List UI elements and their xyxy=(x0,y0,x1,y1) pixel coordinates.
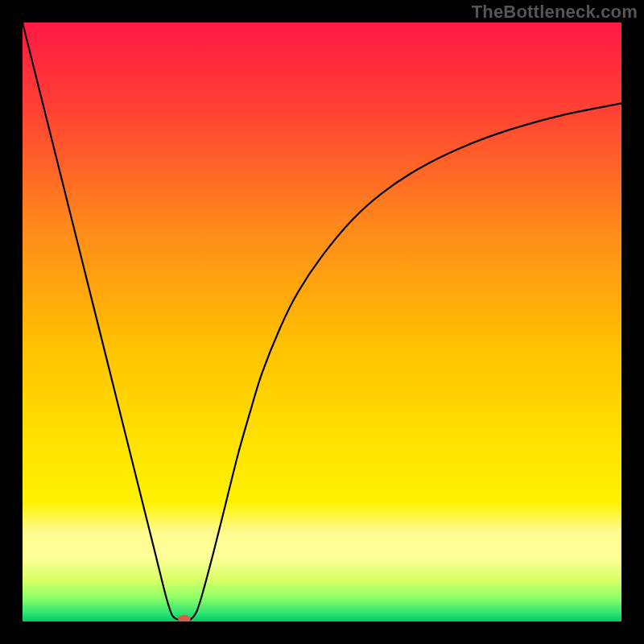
watermark-text: TheBottleneck.com xyxy=(472,2,638,23)
chart-svg xyxy=(23,23,621,621)
chart-container: TheBottleneck.com xyxy=(0,0,644,644)
gradient-background xyxy=(23,23,621,621)
plot-area xyxy=(23,23,621,621)
